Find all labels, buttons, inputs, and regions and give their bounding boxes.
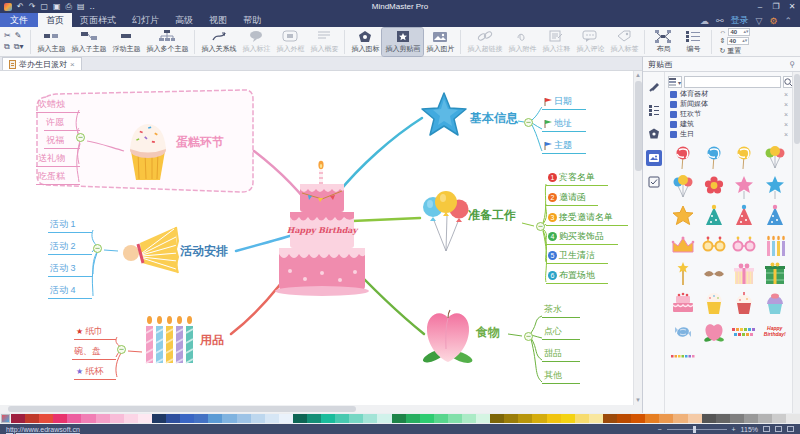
menu-tab-home[interactable]: 首页 <box>38 13 72 27</box>
color-swatch[interactable] <box>67 414 81 423</box>
color-swatch[interactable] <box>110 414 124 423</box>
clipart-gift-pink[interactable] <box>729 259 760 288</box>
subtopic-blessing[interactable]: 祝福 <box>44 134 80 149</box>
subtopic-snacks[interactable]: 点心 <box>542 325 580 340</box>
insert-subtopic-button[interactable]: 插入子主题 <box>68 28 109 56</box>
color-swatch[interactable] <box>645 414 659 423</box>
insert-picture-button[interactable]: 插入图片 <box>423 28 457 56</box>
zoom-slider[interactable] <box>667 429 727 430</box>
insert-comment-button[interactable]: 插入评论 <box>573 28 607 56</box>
clipart-cupcake-yellow[interactable] <box>699 288 730 317</box>
insert-hyperlink-button[interactable]: 插入超链接 <box>464 28 505 56</box>
scroll-up-icon[interactable]: ▲ <box>634 71 642 80</box>
menu-tab-advanced[interactable]: 高级 <box>167 13 201 27</box>
color-swatch[interactable] <box>744 414 758 423</box>
topic-preparation[interactable]: 准备工作 <box>468 207 516 224</box>
clipart-star-yellow[interactable] <box>668 201 699 230</box>
color-swatch[interactable] <box>307 414 321 423</box>
format-brush-tab[interactable] <box>646 78 662 94</box>
subtopic-address[interactable]: 地址 <box>542 117 586 132</box>
pin-icon[interactable]: ⚲ <box>789 60 795 69</box>
library-dropdown[interactable]: ▾ <box>668 76 682 88</box>
subtopic-desserts[interactable]: 甜品 <box>542 347 580 362</box>
clipart-search-input[interactable] <box>684 76 781 88</box>
color-swatch[interactable] <box>81 414 95 423</box>
color-swatch[interactable] <box>504 414 518 423</box>
insert-topic-button[interactable]: 插入主题 <box>34 28 68 56</box>
color-swatch[interactable] <box>377 414 391 423</box>
remove-category-icon[interactable] <box>784 121 788 128</box>
restore-button[interactable]: ❐ <box>768 2 784 11</box>
fit-page-icon[interactable] <box>763 426 770 432</box>
subtopic-make-wish[interactable]: 许愿 <box>44 116 80 131</box>
color-swatch[interactable] <box>124 414 138 423</box>
collapse-supplies[interactable] <box>117 345 126 354</box>
color-swatch[interactable] <box>222 414 236 423</box>
panel-scrollbar[interactable] <box>792 72 800 413</box>
clipart-flower[interactable] <box>699 172 730 201</box>
color-swatch[interactable] <box>138 414 152 423</box>
collapse-food[interactable] <box>524 332 533 341</box>
category-carnival[interactable]: 狂欢节 <box>668 109 790 119</box>
clipart-mustache[interactable] <box>699 259 730 288</box>
color-swatch[interactable] <box>589 414 603 423</box>
subtopic-setup-venue[interactable]: 6布置场地 <box>546 269 608 284</box>
color-swatch[interactable] <box>448 414 462 423</box>
color-swatch[interactable] <box>518 414 532 423</box>
clipart-crown[interactable] <box>668 230 699 259</box>
clipart-magic-wand[interactable] <box>668 259 699 288</box>
cut-icon[interactable]: ✂ <box>4 31 11 40</box>
insert-boundary-button[interactable]: 插入外框 <box>273 28 307 56</box>
color-swatch[interactable] <box>476 414 490 423</box>
color-swatch[interactable] <box>25 414 39 423</box>
color-swatch[interactable] <box>208 414 222 423</box>
subtopic-blow-candles[interactable]: 吹蜡烛 <box>36 98 80 113</box>
color-swatch[interactable] <box>631 414 645 423</box>
color-swatch[interactable] <box>180 414 194 423</box>
color-swatch[interactable] <box>237 414 251 423</box>
color-swatch[interactable] <box>53 414 67 423</box>
subtopic-others[interactable]: 其他 <box>542 369 580 384</box>
collapse-activity[interactable] <box>93 244 102 253</box>
clipart-tab[interactable] <box>646 150 662 166</box>
clipart-star-balloon-pink[interactable] <box>729 172 760 201</box>
view-icon[interactable]: ▤ <box>77 2 85 11</box>
subtopic-theme[interactable]: 主题 <box>542 139 586 154</box>
menu-file[interactable]: 文件 <box>0 13 38 27</box>
document-tab[interactable]: 举办生日派对 <box>2 57 82 70</box>
color-swatch[interactable] <box>617 414 631 423</box>
color-swatch[interactable] <box>786 414 800 423</box>
print-icon[interactable]: ⎙ <box>66 2 72 12</box>
subtopic-activity-4[interactable]: 活动 4 <box>48 284 92 299</box>
color-swatch[interactable] <box>349 414 363 423</box>
icon-library-tab[interactable] <box>646 126 662 142</box>
copy-icon[interactable]: ⧉ <box>4 42 10 52</box>
clipart-balloon-bunch-1[interactable] <box>760 143 791 172</box>
color-swatch[interactable] <box>603 414 617 423</box>
remove-category-icon[interactable] <box>784 91 788 98</box>
insert-relationship-button[interactable]: 插入关系线 <box>198 28 239 56</box>
color-swatch[interactable] <box>561 414 575 423</box>
color-swatch[interactable] <box>462 414 476 423</box>
clipart-party-hat-red[interactable] <box>729 201 760 230</box>
clipart-party-hat-teal[interactable] <box>699 201 730 230</box>
paste-icon[interactable]: ⧉▾ <box>14 42 24 52</box>
category-news-media[interactable]: 新闻媒体 <box>668 99 790 109</box>
close-button[interactable]: ✕ <box>784 2 800 11</box>
format-painter-icon[interactable]: ✎ <box>15 31 22 40</box>
menu-tab-page-style[interactable]: 页面样式 <box>72 13 124 27</box>
topic-cake-section[interactable]: 蛋糕环节 <box>176 134 224 151</box>
insert-callout-button[interactable]: 插入标注 <box>239 28 273 56</box>
tab-close-icon[interactable] <box>70 60 75 69</box>
v-scroll-thumb[interactable] <box>635 81 642 171</box>
fullscreen-icon[interactable] <box>775 426 782 432</box>
subtopic-eat-cake[interactable]: 吃蛋糕 <box>36 170 80 185</box>
mindmap-canvas[interactable]: Happy Birthday 蛋糕环节 吹蜡烛 许愿 祝福 送礼物 吃蛋糕 活动… <box>0 71 642 405</box>
subtopic-activity-1[interactable]: 活动 1 <box>48 218 92 233</box>
clipart-star-balloon-blue[interactable] <box>760 172 791 201</box>
clipart-pinwheel-yellow[interactable] <box>729 143 760 172</box>
color-swatch[interactable] <box>96 414 110 423</box>
color-swatch[interactable] <box>673 414 687 423</box>
color-swatch[interactable] <box>39 414 53 423</box>
subtopic-activity-2[interactable]: 活动 2 <box>48 240 92 255</box>
